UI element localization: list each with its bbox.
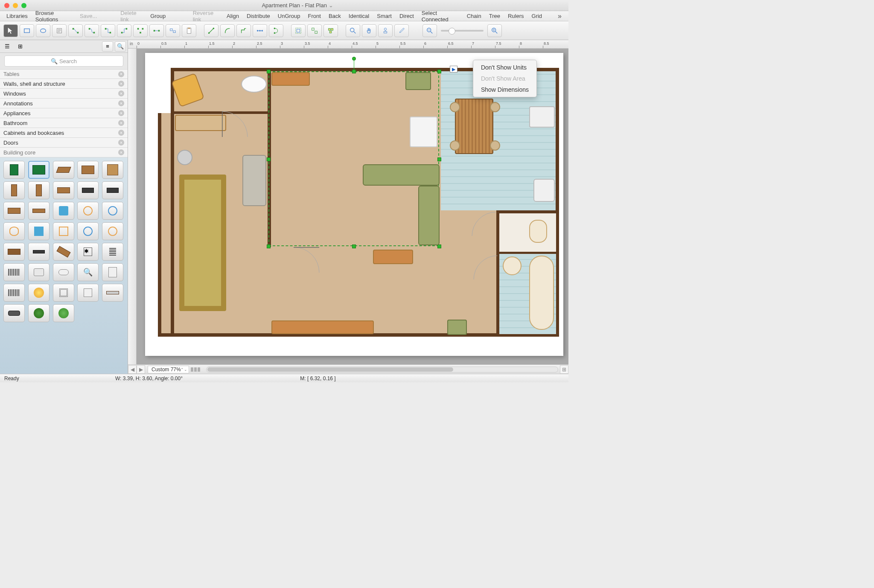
shape-item[interactable] bbox=[102, 181, 123, 199]
menu-overflow[interactable]: » bbox=[554, 12, 566, 20]
panel-icon[interactable]: ☰ bbox=[2, 41, 13, 52]
shape-item[interactable] bbox=[28, 243, 50, 261]
bathtub[interactable] bbox=[529, 256, 554, 330]
chair[interactable] bbox=[450, 140, 460, 151]
shape-item[interactable] bbox=[28, 284, 50, 302]
office-chair[interactable] bbox=[177, 150, 192, 165]
shape-item[interactable] bbox=[3, 263, 25, 281]
dining-table[interactable] bbox=[455, 99, 493, 154]
menu-identical[interactable]: Identical bbox=[345, 13, 373, 19]
menu-direct[interactable]: Direct bbox=[396, 13, 418, 19]
group-tool-3[interactable] bbox=[323, 24, 338, 37]
horizontal-ruler[interactable]: in 00.511.522.533.544.555.566.577.588.5 bbox=[128, 40, 568, 49]
chair[interactable] bbox=[490, 140, 500, 151]
shape-item[interactable] bbox=[53, 202, 74, 220]
floor-plan[interactable] bbox=[158, 68, 559, 337]
zoom-label[interactable]: Custom 77% bbox=[148, 366, 189, 373]
menu-chain[interactable]: Chain bbox=[463, 13, 485, 19]
shape-item[interactable] bbox=[28, 263, 50, 281]
menu-smart[interactable]: Smart bbox=[373, 13, 396, 19]
prev-page-button[interactable]: ◀ bbox=[128, 365, 137, 374]
menu-browse-solutions[interactable]: Browse Solutions bbox=[32, 10, 76, 23]
shape-item[interactable] bbox=[53, 222, 74, 240]
zoom-in-button[interactable] bbox=[487, 24, 502, 37]
shape-item[interactable] bbox=[102, 284, 123, 302]
canvas[interactable]: ▶ Don't Show Units Don't Show Area Show … bbox=[137, 49, 568, 364]
chair[interactable] bbox=[490, 102, 500, 112]
arrange-icon[interactable]: ⊞ bbox=[15, 41, 26, 52]
connector-tool-3[interactable] bbox=[101, 24, 115, 37]
category-windows[interactable]: Windows× bbox=[0, 89, 128, 99]
rug[interactable] bbox=[179, 175, 226, 311]
search-input[interactable]: 🔍 Search bbox=[4, 55, 123, 67]
menu-front[interactable]: Front bbox=[304, 13, 325, 19]
coffee-table[interactable] bbox=[373, 250, 413, 264]
zoom-out-button[interactable] bbox=[422, 24, 437, 37]
shape-item[interactable] bbox=[102, 202, 123, 220]
menu-back[interactable]: Back bbox=[325, 13, 345, 19]
menu-group[interactable]: Group bbox=[146, 13, 169, 19]
bathroom-sink[interactable] bbox=[503, 256, 521, 275]
desk[interactable] bbox=[175, 115, 226, 131]
sink-oval[interactable] bbox=[241, 76, 267, 93]
next-page-button[interactable]: ▶ bbox=[137, 365, 145, 374]
menu-rulers[interactable]: Rulers bbox=[504, 13, 528, 19]
shape-item[interactable] bbox=[28, 222, 50, 240]
align-tool-2[interactable] bbox=[269, 24, 283, 37]
rect-tool[interactable] bbox=[20, 24, 34, 37]
menu-ungroup[interactable]: UnGroup bbox=[274, 13, 304, 19]
connector-tool-5[interactable] bbox=[133, 24, 148, 37]
connector-tool-7[interactable] bbox=[166, 24, 180, 37]
shape-item[interactable]: ✱ bbox=[77, 243, 99, 261]
drawing-page[interactable]: ▶ bbox=[145, 53, 563, 356]
ctx-show-dimensions[interactable]: Show Dimensions bbox=[473, 84, 536, 95]
shape-item[interactable] bbox=[102, 243, 123, 261]
ottoman[interactable] bbox=[447, 320, 467, 335]
category-tables[interactable]: Tables× bbox=[0, 69, 128, 79]
line-tool-1[interactable] bbox=[204, 24, 218, 37]
shape-item[interactable] bbox=[3, 304, 25, 322]
shape-item[interactable]: 🔍 bbox=[77, 263, 99, 281]
category-annotations[interactable]: Annotations× bbox=[0, 99, 128, 108]
menu-tree[interactable]: Tree bbox=[485, 13, 504, 19]
shape-item[interactable] bbox=[3, 222, 25, 240]
shape-item[interactable] bbox=[77, 181, 99, 199]
category-doors[interactable]: Doors× bbox=[0, 138, 128, 148]
fridge[interactable] bbox=[410, 116, 437, 147]
menu-grid[interactable]: Grid bbox=[528, 13, 546, 19]
vertical-ruler[interactable] bbox=[128, 49, 137, 364]
kitchen-sink[interactable] bbox=[533, 179, 555, 202]
close-window-button[interactable] bbox=[4, 3, 9, 8]
sofa-l-side[interactable] bbox=[418, 186, 440, 245]
sofa-l[interactable] bbox=[363, 164, 440, 186]
cabinet-row[interactable] bbox=[271, 320, 374, 334]
shape-item[interactable] bbox=[102, 161, 123, 179]
paste-tool[interactable] bbox=[182, 24, 196, 37]
menu-align[interactable]: Align bbox=[223, 13, 243, 19]
text-tool[interactable] bbox=[52, 24, 67, 37]
category-walls[interactable]: Walls, shell and structure× bbox=[0, 79, 128, 89]
list-view-icon[interactable]: ≡ bbox=[102, 41, 113, 52]
shape-item[interactable] bbox=[102, 222, 123, 240]
shape-item[interactable] bbox=[3, 202, 25, 220]
connector-tool-2[interactable] bbox=[84, 24, 99, 37]
category-cabinets[interactable]: Cabinets and bookcases× bbox=[0, 128, 128, 138]
pan-tool[interactable] bbox=[362, 24, 376, 37]
select-tool[interactable] bbox=[3, 24, 18, 37]
shape-item[interactable] bbox=[53, 181, 74, 199]
category-appliances[interactable]: Appliances× bbox=[0, 108, 128, 118]
menu-libraries[interactable]: Libraries bbox=[3, 13, 32, 19]
line-tool-3[interactable] bbox=[236, 24, 251, 37]
shape-item-selected[interactable] bbox=[28, 161, 50, 179]
shape-item[interactable] bbox=[53, 304, 74, 322]
connector-tool-4[interactable] bbox=[117, 24, 131, 37]
zoom-slider[interactable] bbox=[441, 30, 484, 32]
shape-item[interactable] bbox=[77, 202, 99, 220]
zoom-tool[interactable] bbox=[346, 24, 360, 37]
shape-item[interactable] bbox=[28, 181, 50, 199]
stove[interactable] bbox=[529, 106, 555, 128]
menu-distribute[interactable]: Distribute bbox=[243, 13, 274, 19]
connector-tool-1[interactable] bbox=[68, 24, 83, 37]
shape-item[interactable] bbox=[3, 181, 25, 199]
sofa-small[interactable] bbox=[242, 155, 266, 206]
